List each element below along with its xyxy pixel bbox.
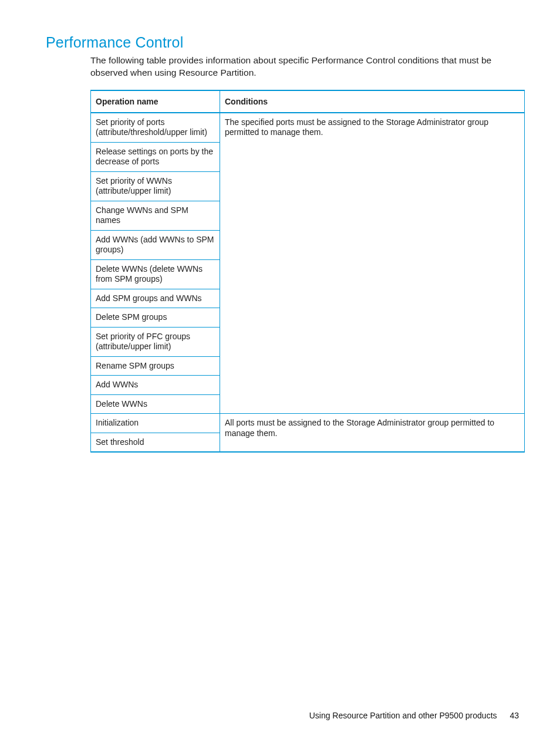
conditions-table-wrap: Operation name Conditions Set priority o… xyxy=(90,90,525,453)
cond-cell: All ports must be assigned to the Storag… xyxy=(220,414,525,453)
op-cell: Change WWNs and SPM names xyxy=(91,201,220,230)
op-cell: Set priority of WWNs (attribute/upper li… xyxy=(91,171,220,201)
op-cell: Set priority of ports (attribute/thresho… xyxy=(91,113,220,143)
op-cell: Set priority of PFC groups (attribute/up… xyxy=(91,327,220,356)
page-number: 43 xyxy=(510,711,519,720)
op-cell: Initialization xyxy=(91,414,220,433)
op-cell: Delete WWNs xyxy=(91,394,220,414)
section-title: Performance Control xyxy=(46,34,519,51)
conditions-table: Operation name Conditions Set priority o… xyxy=(90,90,525,453)
cond-cell: The specified ports must be assigned to … xyxy=(220,113,525,414)
op-cell: Delete SPM groups xyxy=(91,308,220,328)
op-cell: Add WWNs (add WWNs to SPM groups) xyxy=(91,230,220,259)
op-cell: Add SPM groups and WWNs xyxy=(91,289,220,308)
op-cell: Rename SPM groups xyxy=(91,356,220,376)
col-header-operation: Operation name xyxy=(91,90,220,113)
intro-paragraph: The following table provides information… xyxy=(46,55,519,79)
op-cell: Add WWNs xyxy=(91,376,220,395)
page-footer: Using Resource Partition and other P9500… xyxy=(309,711,519,720)
footer-text: Using Resource Partition and other P9500… xyxy=(309,711,497,720)
col-header-conditions: Conditions xyxy=(220,90,525,113)
op-cell: Set threshold xyxy=(91,433,220,452)
op-cell: Release settings on ports by the decreas… xyxy=(91,142,220,171)
op-cell: Delete WWNs (delete WWNs from SPM groups… xyxy=(91,259,220,289)
